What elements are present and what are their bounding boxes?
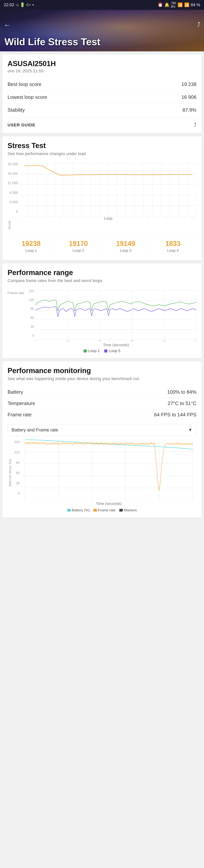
status-bar: 22:02 ◁ 🔋 C+ • ⏰ 🔔 790B/s 📶 📶 84 %	[0, 0, 204, 10]
svg-text:10: 10	[66, 340, 69, 341]
temperature-label: Temperature	[7, 400, 35, 406]
alarm-icon: ⏰	[158, 2, 163, 7]
hero-section: ← ⤴ Wild Life Stress Test	[0, 10, 204, 51]
performance-range-card: Performance range Compare frame rates fr…	[2, 263, 202, 358]
stability-value: 87.9%	[182, 107, 197, 113]
network-speed: 790B/s	[171, 1, 176, 8]
legend-loop1-color	[84, 349, 87, 352]
stress-y-axis: 20 000 16 000 12 000 8 000 4 000 0	[7, 161, 20, 218]
legend-battery: Battery (%)	[67, 508, 90, 512]
perf-mon-rows: Battery 100% to 84% Temperature 27°C to …	[7, 386, 197, 420]
stability-label: Stability	[7, 107, 25, 113]
pr-y-label: Frame rate	[7, 291, 24, 295]
loop-4-label: Loop 4	[150, 248, 196, 253]
device-info-card: ASUSAI2501H úno 18, 2025 21:55 Best loop…	[2, 54, 202, 133]
bottom-chart-y-label-container: Wild Life Stress Test	[7, 440, 13, 506]
best-loop-row: Best loop score 19 238	[7, 78, 197, 91]
battery-display: 84 %	[191, 2, 200, 7]
dropdown-label-text: Battery and Frame rate	[11, 427, 58, 433]
stress-chart-inner: 1 2 3 4 5 6 7 8 9 10 11 12 13 14 15 16 1…	[20, 161, 197, 221]
extra-icon: C+	[26, 3, 31, 7]
pr-ytick-1: 120	[29, 298, 34, 302]
perf-range-title: Performance range	[7, 269, 197, 277]
battery-label: Battery	[7, 389, 23, 395]
stress-chart-container: 20 000 16 000 12 000 8 000 4 000 0	[7, 161, 197, 221]
y-tick-4: 8 000	[9, 191, 18, 195]
legend-markers-color	[119, 509, 123, 512]
stress-test-title: Stress Test	[7, 142, 197, 150]
bottom-chart-svg: 0 200 400 600 800 1 000	[21, 440, 197, 500]
loop-3-label: Loop 3	[103, 248, 148, 253]
dot-icon: •	[32, 2, 34, 7]
wifi-icon: 📶	[178, 2, 183, 7]
svg-text:50: 50	[195, 340, 197, 341]
b-ytick-2: 90	[16, 461, 20, 465]
pr-ytick-2: 90	[30, 307, 34, 311]
battery-value: 100% to 84%	[167, 389, 197, 395]
best-loop-value: 19 238	[181, 82, 197, 87]
loop-score-1: 19238 Loop 1	[7, 238, 55, 255]
legend-battery-label: Battery (%)	[72, 508, 90, 512]
user-guide-label[interactable]: USER GUIDE	[7, 123, 35, 127]
perf-range-svg-container: 0 10 20 30 40 50	[35, 288, 197, 342]
performance-monitoring-card: Performance monitoring See what was happ…	[2, 361, 202, 518]
stress-y-label: Score	[7, 221, 197, 230]
svg-text:20: 20	[98, 340, 101, 341]
bottom-y-ticks: 150 120 90 60 30 0	[13, 440, 21, 500]
loop-scores-container: 19238 Loop 1 19170 Loop 2 19149 Loop 3 1…	[7, 234, 197, 255]
battery-charging-icon: 🔋	[20, 2, 25, 7]
loop-2-label: Loop 2	[56, 248, 101, 253]
legend-loop5: Loop 5	[104, 349, 120, 353]
perf-mon-title: Performance monitoring	[7, 367, 197, 375]
bottom-chart-svg-container: 0 200 400 600 800 1 000 Time (seconds)	[21, 440, 197, 506]
pr-ytick-4: 30	[30, 325, 34, 329]
b-ytick-3: 60	[16, 471, 20, 475]
legend-loop1: Loop 1	[84, 349, 100, 353]
bottom-chart-legend: Battery (%) Frame rate Markers	[7, 508, 197, 512]
stress-test-card: Stress Test See how performance changes …	[2, 136, 202, 260]
temperature-row: Temperature 27°C to 51°C	[7, 398, 197, 409]
loop-3-value: 19149	[103, 240, 148, 248]
svg-text:40: 40	[163, 340, 166, 341]
frame-rate-value: 64 FPS to 144 FPS	[154, 412, 197, 418]
back-button[interactable]: ←	[4, 21, 10, 29]
stress-chart-svg: 1 2 3 4 5 6 7 8 9 10 11 12 13 14 15 16 1…	[20, 161, 197, 218]
stress-test-subtitle: See how performance changes under load	[7, 151, 197, 156]
device-date: úno 18, 2025 21:55	[7, 69, 197, 73]
stability-row: Stability 87.9%	[7, 104, 197, 117]
legend-framerate: Frame rate	[93, 508, 116, 512]
signal-icon: 📶	[184, 2, 189, 7]
legend-loop5-label: Loop 5	[109, 349, 120, 353]
perf-range-subtitle: Compare frame rates from the best and wo…	[7, 278, 197, 283]
legend-battery-color	[67, 509, 71, 512]
perf-range-chart-body: 150 120 90 60 30 0	[26, 288, 197, 342]
y-tick-6: 0	[16, 210, 18, 214]
perf-range-y-axis: Frame rate	[7, 288, 26, 347]
b-ytick-4: 30	[16, 482, 20, 485]
loop-1-value: 19238	[8, 240, 54, 248]
perf-range-chart-container: Frame rate 150 120 90 60 30 0	[7, 288, 197, 347]
chart-type-dropdown[interactable]: Battery and Frame rate ▼	[7, 424, 197, 436]
legend-markers-label: Markers	[124, 508, 137, 512]
loop-4-value: 1833	[150, 240, 196, 248]
temperature-value: 27°C to 51°C	[168, 400, 197, 406]
pr-ytick-5: 0	[32, 334, 34, 338]
perf-range-y-ticks: 150 120 90 60 30 0	[26, 288, 35, 341]
svg-text:0: 0	[35, 340, 36, 341]
loop-score-3: 19149 Loop 3	[102, 238, 149, 255]
user-guide-row: USER GUIDE ⤴	[7, 118, 197, 128]
share-button-top[interactable]: ⤴	[197, 21, 200, 28]
y-tick-3: 12 000	[7, 181, 18, 185]
bottom-y-rotated-label: Wild Life Stress Test	[8, 459, 12, 487]
y-tick-2: 16 000	[7, 172, 18, 176]
perf-range-svg: 0 10 20 30 40 50	[35, 288, 197, 341]
legend-loop1-label: Loop 1	[88, 349, 100, 353]
frame-rate-row: Frame rate 64 FPS to 144 FPS	[7, 409, 197, 420]
y-tick-1: 20 000	[7, 162, 18, 166]
perf-range-chart-inner: 150 120 90 60 30 0	[26, 288, 197, 347]
status-left: 22:02 ◁ 🔋 C+ •	[4, 2, 34, 7]
legend-framerate-color	[93, 509, 97, 512]
notification-icon: 🔔	[164, 2, 169, 7]
bottom-chart-container: Wild Life Stress Test 150 120 90 60 30 0	[7, 440, 197, 506]
share-icon[interactable]: ⤴	[194, 122, 197, 128]
